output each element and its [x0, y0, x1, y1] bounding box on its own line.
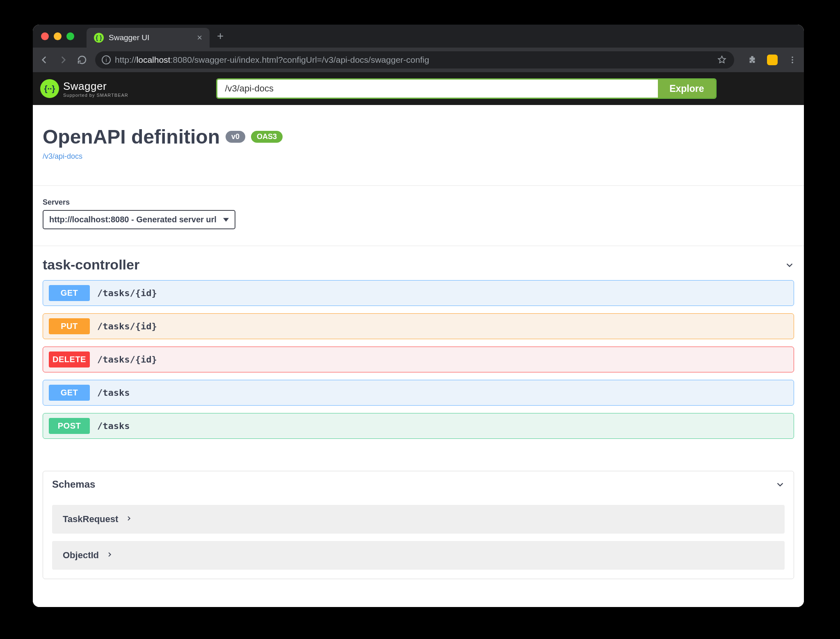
operation-row[interactable]: POST/tasks	[43, 413, 794, 439]
api-docs-link[interactable]: /v3/api-docs	[43, 152, 82, 161]
schema-name: ObjectId	[63, 550, 99, 561]
operation-row[interactable]: PUT/tasks/{id}	[43, 313, 794, 339]
chevron-down-icon	[785, 260, 794, 269]
servers-label: Servers	[43, 198, 794, 207]
method-badge: DELETE	[49, 351, 90, 367]
url-prefix: http://	[115, 55, 137, 64]
tab-title: Swagger UI	[109, 33, 149, 42]
operation-path: /tasks/{id}	[97, 288, 157, 298]
schema-list: TaskRequestObjectId	[43, 505, 794, 579]
browser-window: { } Swagger UI × + i http://localhost:80…	[33, 25, 804, 607]
minimize-window-button[interactable]	[54, 32, 62, 40]
browser-toolbar: i http://localhost:8080/swagger-ui/index…	[33, 48, 804, 72]
operations-list: GET/tasks/{id}PUT/tasks/{id}DELETE/tasks…	[43, 280, 794, 439]
address-bar[interactable]: i http://localhost:8080/swagger-ui/index…	[95, 51, 734, 68]
schemas-section: Schemas TaskRequestObjectId	[43, 471, 794, 579]
api-info: OpenAPI definition v0 OAS3 /v3/api-docs	[33, 105, 804, 185]
operation-row[interactable]: GET/tasks/{id}	[43, 280, 794, 306]
url-text: http://localhost:8080/swagger-ui/index.h…	[115, 55, 429, 65]
back-button[interactable]	[39, 54, 50, 66]
tag-section: task-controller GET/tasks/{id}PUT/tasks/…	[33, 246, 804, 459]
swagger-topbar: {··} Swagger Supported by SMARTBEAR Expl…	[33, 72, 804, 105]
operation-path: /tasks	[97, 421, 130, 431]
tag-name: task-controller	[43, 257, 139, 273]
swagger-spec-input[interactable]	[217, 80, 658, 98]
method-badge: POST	[49, 418, 90, 434]
close-window-button[interactable]	[41, 32, 49, 40]
swagger-logo-icon: {··}	[40, 79, 59, 98]
browser-tabbar: { } Swagger UI × +	[33, 25, 804, 48]
window-controls	[41, 32, 74, 40]
svg-point-1	[792, 59, 793, 61]
schema-row[interactable]: ObjectId	[52, 541, 785, 570]
schemas-title: Schemas	[52, 479, 95, 490]
chevron-right-icon	[126, 515, 132, 523]
operation-row[interactable]: GET/tasks	[43, 380, 794, 406]
server-selected-value: http://localhost:8080 - Generated server…	[49, 215, 217, 224]
bookmark-star-icon[interactable]	[716, 54, 728, 66]
new-tab-button[interactable]: +	[217, 30, 224, 43]
operation-path: /tasks/{id}	[97, 354, 157, 365]
operation-row[interactable]: DELETE/tasks/{id}	[43, 347, 794, 372]
schemas-header[interactable]: Schemas	[43, 471, 794, 498]
extension-badge-icon[interactable]	[767, 55, 778, 65]
swagger-logo-text: Swagger Supported by SMARTBEAR	[63, 80, 128, 98]
server-select[interactable]: http://localhost:8080 - Generated server…	[43, 210, 235, 229]
version-badge: v0	[226, 131, 245, 143]
svg-point-0	[792, 57, 793, 58]
url-host: localhost	[137, 55, 171, 64]
operation-path: /tasks	[97, 388, 130, 398]
oas-badge: OAS3	[251, 131, 283, 143]
method-badge: GET	[49, 285, 90, 301]
forward-button[interactable]	[57, 54, 69, 66]
swagger-logo[interactable]: {··} Swagger Supported by SMARTBEAR	[40, 79, 128, 98]
url-path: :8080/swagger-ui/index.html?configUrl=/v…	[170, 55, 429, 64]
schema-row[interactable]: TaskRequest	[52, 505, 785, 534]
chevron-down-icon	[776, 480, 785, 489]
swagger-search: Explore	[216, 78, 717, 99]
browser-tab[interactable]: { } Swagger UI ×	[87, 28, 210, 48]
api-title: OpenAPI definition	[43, 126, 220, 148]
swagger-favicon-icon: { }	[94, 33, 104, 43]
schema-name: TaskRequest	[63, 514, 118, 525]
method-badge: PUT	[49, 318, 90, 334]
swagger-content: OpenAPI definition v0 OAS3 /v3/api-docs …	[33, 105, 804, 607]
tag-header[interactable]: task-controller	[43, 254, 794, 280]
toolbar-right	[746, 54, 798, 66]
maximize-window-button[interactable]	[66, 32, 74, 40]
extensions-icon[interactable]	[746, 54, 758, 66]
explore-button[interactable]: Explore	[658, 80, 715, 98]
site-info-icon[interactable]: i	[102, 55, 111, 64]
method-badge: GET	[49, 385, 90, 401]
svg-point-2	[792, 62, 793, 64]
reload-button[interactable]	[76, 54, 88, 66]
close-tab-button[interactable]: ×	[197, 32, 202, 43]
servers-section: Servers http://localhost:8080 - Generate…	[33, 185, 804, 246]
chevron-right-icon	[106, 551, 113, 559]
operation-path: /tasks/{id}	[97, 321, 157, 331]
browser-menu-icon[interactable]	[787, 54, 798, 66]
